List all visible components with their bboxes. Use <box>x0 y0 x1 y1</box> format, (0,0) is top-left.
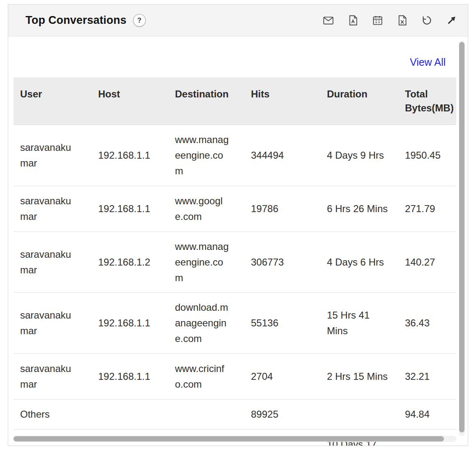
cell-hits: 306773 <box>244 231 320 293</box>
cell-hits: 2704 <box>244 354 320 400</box>
col-header-user: User <box>14 77 92 125</box>
table-row: saravanakumar 192.168.1.2 www.manageengi… <box>14 231 456 293</box>
page-title: Top Conversations <box>25 14 126 27</box>
toolbar <box>323 15 457 26</box>
table-row: saravanakumar 192.168.1.1 www.google.com… <box>14 186 456 231</box>
table-row: saravanakumar 192.168.1.1 www.manageengi… <box>14 125 456 186</box>
cell-host: 192.168.1.1 <box>92 125 168 186</box>
cell-user: saravanakumar <box>14 231 92 293</box>
cell-total-bytes: 36.43 <box>398 293 456 354</box>
col-header-host: Host <box>92 77 168 125</box>
cell-hits: 19786 <box>244 186 320 231</box>
cell-user: saravanakumar <box>14 186 92 231</box>
top-conversations-widget: Top Conversations ? <box>8 4 468 446</box>
excel-export-icon[interactable] <box>397 15 408 26</box>
cell-destination: download.manageengine.com <box>168 293 244 354</box>
cell-destination: www.manageengine.com <box>168 125 244 186</box>
top-conversations-table: User Host Destination Hits Duration Tota… <box>14 77 456 446</box>
cell-total-bytes: 32.21 <box>398 354 456 400</box>
cell-duration: 4 Days 9 Hrs <box>320 125 398 186</box>
cell-duration: 6 Hrs 26 Mins <box>320 186 398 231</box>
table-row: saravanakumar 192.168.1.1 www.cricinfo.c… <box>14 354 456 400</box>
cell-duration: 4 Days 6 Hrs <box>320 231 398 293</box>
help-icon[interactable]: ? <box>133 14 146 27</box>
horizontal-scrollbar[interactable] <box>13 436 456 442</box>
table-header-row: User Host Destination Hits Duration Tota… <box>14 77 456 125</box>
pdf-export-icon[interactable] <box>347 15 359 26</box>
view-all-link[interactable]: View All <box>410 56 446 68</box>
cell-destination <box>168 399 244 429</box>
cell-duration <box>320 399 398 429</box>
cell-destination: www.manageengine.com <box>168 231 244 293</box>
expand-icon[interactable] <box>446 15 457 26</box>
cell-duration: 2 Hrs 15 Mins <box>320 354 398 400</box>
refresh-icon[interactable] <box>421 15 432 26</box>
col-header-duration: Duration <box>320 77 398 125</box>
vertical-scrollbar-thumb[interactable] <box>459 42 465 432</box>
cell-total-bytes: 271.79 <box>398 186 456 231</box>
cell-user: saravanakumar <box>14 354 92 400</box>
cell-hits: 55136 <box>244 293 320 354</box>
cell-host <box>92 399 168 429</box>
cell-host: 192.168.1.1 <box>92 186 168 231</box>
cell-total-bytes: 140.27 <box>398 231 456 293</box>
cell-duration: 15 Hrs 41 Mins <box>320 293 398 354</box>
col-header-destination: Destination <box>168 77 244 125</box>
cell-total-bytes: 1950.45 <box>398 125 456 186</box>
table-row: saravanakumar 192.168.1.1 download.manag… <box>14 293 456 354</box>
view-all-row: View All <box>8 37 468 77</box>
table-row-others: Others 89925 94.84 <box>14 399 456 429</box>
cell-destination: www.google.com <box>168 186 244 231</box>
cell-hits: 89925 <box>244 399 320 429</box>
cell-total-bytes: 94.84 <box>398 399 456 429</box>
col-header-hits: Hits <box>244 77 320 125</box>
cell-user: Others <box>14 399 92 429</box>
col-header-total-bytes: Total Bytes(MB) <box>398 77 456 125</box>
widget-body: View All User Host Destination Hits Dura… <box>8 37 468 446</box>
widget-header: Top Conversations ? <box>8 5 468 37</box>
cell-host: 192.168.1.1 <box>92 354 168 400</box>
cell-destination: www.cricinfo.com <box>168 354 244 400</box>
cell-host: 192.168.1.1 <box>92 293 168 354</box>
cell-user: saravanakumar <box>14 293 92 354</box>
title-wrap: Top Conversations ? <box>25 14 146 27</box>
vertical-scrollbar[interactable] <box>459 41 465 436</box>
email-icon[interactable] <box>323 15 334 26</box>
cell-hits: 344494 <box>244 125 320 186</box>
horizontal-scrollbar-thumb[interactable] <box>14 436 444 441</box>
cell-user: saravanakumar <box>14 125 92 186</box>
cell-host: 192.168.1.2 <box>92 231 168 293</box>
schedule-report-icon[interactable] <box>372 15 383 26</box>
